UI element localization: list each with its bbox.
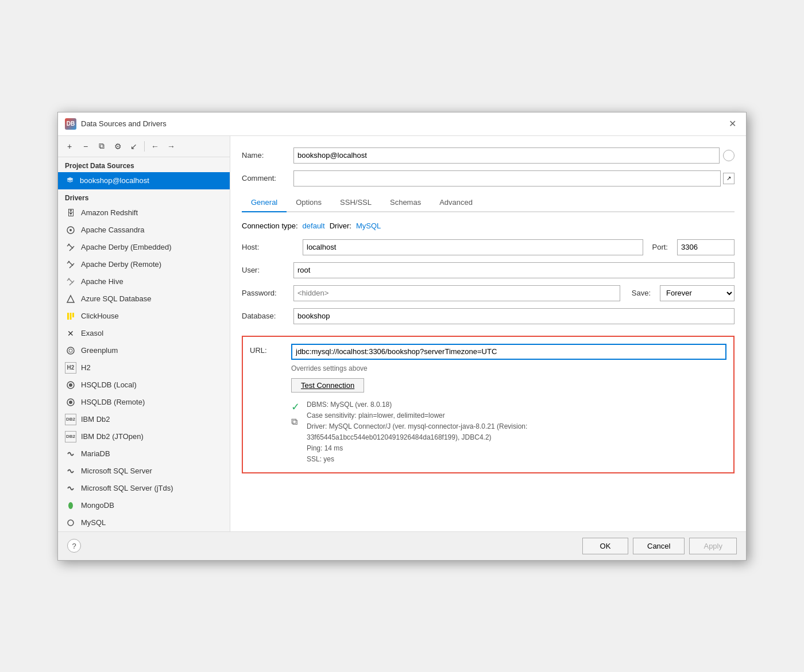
comment-input[interactable] xyxy=(293,170,721,187)
project-data-sources-header: Project Data Sources xyxy=(58,157,230,172)
driver-item-ibm-db2-jtopen[interactable]: DB2 IBM Db2 (JTOpen) xyxy=(58,428,230,445)
add-button[interactable]: + xyxy=(63,139,76,153)
driver-icon-clickhouse xyxy=(65,310,76,322)
driver-item-mssql-jtds[interactable]: Microsoft SQL Server (jTds) xyxy=(58,480,230,497)
driver-item-amazon-redshift[interactable]: 🗄 Amazon Redshift xyxy=(58,204,230,222)
driver-icon-azure xyxy=(65,293,76,305)
driver-item-mongodb[interactable]: MongoDB xyxy=(58,497,230,514)
port-input[interactable] xyxy=(677,239,735,255)
apply-button[interactable]: Apply xyxy=(689,538,737,554)
svg-marker-2 xyxy=(67,296,74,302)
left-panel: + − ⧉ ⚙ ↙ ← → Project Data Sources books… xyxy=(58,136,230,531)
driver-item-h2[interactable]: H2 H2 xyxy=(58,359,230,376)
password-label: Password: xyxy=(242,289,293,297)
database-input[interactable] xyxy=(293,308,735,324)
connection-icons: ✓ ⧉ xyxy=(291,399,300,427)
main-content: + − ⧉ ⚙ ↙ ← → Project Data Sources books… xyxy=(58,136,746,531)
name-circle-button[interactable] xyxy=(723,150,735,161)
driver-label-mssql-jtds: Microsoft SQL Server (jTds) xyxy=(81,484,173,492)
driver-label-mssql: Microsoft SQL Server xyxy=(81,467,152,475)
back-button[interactable]: ← xyxy=(148,139,162,153)
success-icon: ✓ xyxy=(291,401,300,413)
connection-info-text: DBMS: MySQL (ver. 8.0.18) Case sensitivi… xyxy=(307,399,527,465)
driver-icon-apache-cassandra xyxy=(65,224,76,236)
driver-label: Amazon Redshift xyxy=(81,208,138,217)
driver-item-greenplum[interactable]: Greenplum xyxy=(58,342,230,359)
drivers-list: 🗄 Amazon Redshift Apache Cassandra Apach… xyxy=(58,204,230,531)
host-input[interactable] xyxy=(303,239,643,255)
name-input[interactable] xyxy=(293,147,720,164)
name-input-wrapper xyxy=(293,147,735,164)
svg-point-12 xyxy=(68,502,73,509)
tab-options[interactable]: Options xyxy=(287,193,331,212)
driver-item-apache-hive[interactable]: Apache Hive xyxy=(58,273,230,290)
tab-schemas[interactable]: Schemas xyxy=(381,193,430,212)
driver-label-hive: Apache Hive xyxy=(81,277,123,286)
close-button[interactable]: ✕ xyxy=(725,117,739,131)
save-label: Save: xyxy=(632,289,651,297)
settings-button[interactable]: ⚙ xyxy=(111,139,125,153)
remove-button[interactable]: − xyxy=(79,139,92,153)
driver-item-mariadb[interactable]: MariaDB xyxy=(58,445,230,463)
svg-rect-5 xyxy=(72,313,74,317)
tabs-bar: General Options SSH/SSL Schemas Advanced xyxy=(242,193,735,212)
driver-icon-mssql xyxy=(65,465,76,477)
driver-item-clickhouse[interactable]: ClickHouse xyxy=(58,308,230,325)
ok-button[interactable]: OK xyxy=(582,538,628,554)
tab-general[interactable]: General xyxy=(242,193,287,212)
driver-item-mssql[interactable]: Microsoft SQL Server xyxy=(58,463,230,480)
right-panel: Name: Comment: ↗ General Options SSH/SSL xyxy=(230,136,746,531)
connection-info: ✓ ⧉ DBMS: MySQL (ver. 8.0.18) Case sensi… xyxy=(291,399,726,465)
forward-button[interactable]: → xyxy=(164,139,178,153)
cancel-button[interactable]: Cancel xyxy=(633,538,685,554)
driver-item-azure-sql[interactable]: Azure SQL Database xyxy=(58,290,230,308)
driver-item-apache-cassandra[interactable]: Apache Cassandra xyxy=(58,222,230,239)
svg-rect-3 xyxy=(67,313,69,320)
user-row: User: xyxy=(242,262,735,278)
move-button[interactable]: ↙ xyxy=(127,139,141,153)
password-input[interactable] xyxy=(293,285,620,301)
driver-label-ibm-db2: IBM Db2 xyxy=(81,415,110,424)
copy-button[interactable]: ⧉ xyxy=(95,139,109,153)
bottom-bar: ? OK Cancel Apply xyxy=(58,531,746,560)
host-label: Host: xyxy=(242,243,293,251)
driver-icon-mysql xyxy=(65,517,76,529)
driver-label-derby-embedded: Apache Derby (Embedded) xyxy=(81,243,172,251)
driver-item-hsqldb-remote[interactable]: HSQLDB (Remote) xyxy=(58,394,230,411)
driver-icon-ibm-db2: DB2 xyxy=(65,414,76,425)
database-row: Database: xyxy=(242,308,735,324)
driver-item-apache-derby-remote[interactable]: Apache Derby (Remote) xyxy=(58,256,230,273)
driver-icon-derby-embedded xyxy=(65,242,76,253)
tab-advanced[interactable]: Advanced xyxy=(430,193,482,212)
app-icon: DB xyxy=(65,118,76,130)
driver-item-exasol[interactable]: ✕ Exasol xyxy=(58,325,230,342)
datasource-name: bookshop@localhost xyxy=(80,176,149,185)
url-section: URL: Overrides settings above Test Conne… xyxy=(242,336,735,473)
connection-type-row: Connection type: default Driver: MySQL xyxy=(242,222,735,230)
info-line-2: Case sensitivity: plain=lower, delimited… xyxy=(307,410,527,421)
driver-item-mysql[interactable]: MySQL xyxy=(58,514,230,531)
comment-row: Comment: ↗ xyxy=(242,170,735,187)
expand-button[interactable]: ↗ xyxy=(723,173,735,184)
copy-info-icon[interactable]: ⧉ xyxy=(291,417,300,427)
driver-icon-hsqldb-local xyxy=(65,379,76,391)
driver-item-ibm-db2[interactable]: DB2 IBM Db2 xyxy=(58,411,230,428)
driver-label-hsqldb-remote: HSQLDB (Remote) xyxy=(81,398,145,406)
driver-icon-exasol: ✕ xyxy=(65,328,76,339)
driver-label-derby-remote: Apache Derby (Remote) xyxy=(81,260,161,269)
connection-type-label: Connection type: xyxy=(242,222,298,230)
url-input[interactable] xyxy=(291,344,726,360)
help-button[interactable]: ? xyxy=(67,539,81,553)
tab-ssh-ssl[interactable]: SSH/SSL xyxy=(331,193,381,212)
user-input[interactable] xyxy=(293,262,735,278)
save-select[interactable]: Forever Until restart Never xyxy=(660,285,735,301)
driver-item-hsqldb-local[interactable]: HSQLDB (Local) xyxy=(58,376,230,394)
comment-label: Comment: xyxy=(242,174,293,182)
driver-value[interactable]: MySQL xyxy=(356,222,381,230)
driver-item-apache-derby-embedded[interactable]: Apache Derby (Embedded) xyxy=(58,239,230,256)
svg-point-13 xyxy=(68,520,74,526)
test-connection-button[interactable]: Test Connection xyxy=(291,378,364,393)
datasource-item-bookshop[interactable]: bookshop@localhost xyxy=(58,172,230,189)
connection-type-value[interactable]: default xyxy=(303,222,325,230)
driver-label-mariadb: MariaDB xyxy=(81,449,110,458)
